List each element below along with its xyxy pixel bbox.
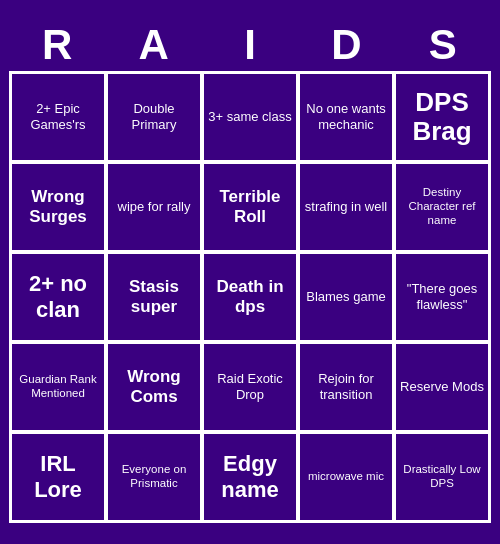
cell-3-1[interactable]: Wrong Coms: [107, 343, 201, 431]
cell-2-4[interactable]: "There goes flawless": [395, 253, 489, 341]
cell-1-1[interactable]: wipe for rally: [107, 163, 201, 251]
title-a: A: [110, 21, 198, 69]
cell-3-4[interactable]: Reserve Mods: [395, 343, 489, 431]
cell-0-4[interactable]: DPSBrag: [395, 73, 489, 161]
cell-4-2[interactable]: Edgy name: [203, 433, 297, 521]
cell-2-1[interactable]: Stasis super: [107, 253, 201, 341]
title-s: S: [399, 21, 487, 69]
cell-3-2[interactable]: Raid Exotic Drop: [203, 343, 297, 431]
title-r: R: [13, 21, 101, 69]
bingo-grid: 2+ Epic Games'rsDouble Primary3+ same cl…: [9, 71, 491, 523]
cell-1-2[interactable]: Terrible Roll: [203, 163, 297, 251]
cell-4-1[interactable]: Everyone on Prismatic: [107, 433, 201, 521]
bingo-title: R A I D S: [9, 21, 491, 69]
cell-4-3[interactable]: microwave mic: [299, 433, 393, 521]
cell-3-0[interactable]: Guardian Rank Mentioned: [11, 343, 105, 431]
bingo-card: R A I D S 2+ Epic Games'rsDouble Primary…: [5, 17, 495, 527]
cell-0-1[interactable]: Double Primary: [107, 73, 201, 161]
cell-1-3[interactable]: strafing in well: [299, 163, 393, 251]
title-d: D: [302, 21, 390, 69]
cell-4-0[interactable]: IRL Lore: [11, 433, 105, 521]
cell-4-4[interactable]: Drastically Low DPS: [395, 433, 489, 521]
cell-2-3[interactable]: Blames game: [299, 253, 393, 341]
cell-3-3[interactable]: Rejoin for transition: [299, 343, 393, 431]
cell-0-0[interactable]: 2+ Epic Games'rs: [11, 73, 105, 161]
cell-2-0[interactable]: 2+ no clan: [11, 253, 105, 341]
cell-0-3[interactable]: No one wants mechanic: [299, 73, 393, 161]
title-i: I: [206, 21, 294, 69]
cell-2-2[interactable]: Death in dps: [203, 253, 297, 341]
cell-1-0[interactable]: Wrong Surges: [11, 163, 105, 251]
cell-0-2[interactable]: 3+ same class: [203, 73, 297, 161]
cell-1-4[interactable]: Destiny Character ref name: [395, 163, 489, 251]
